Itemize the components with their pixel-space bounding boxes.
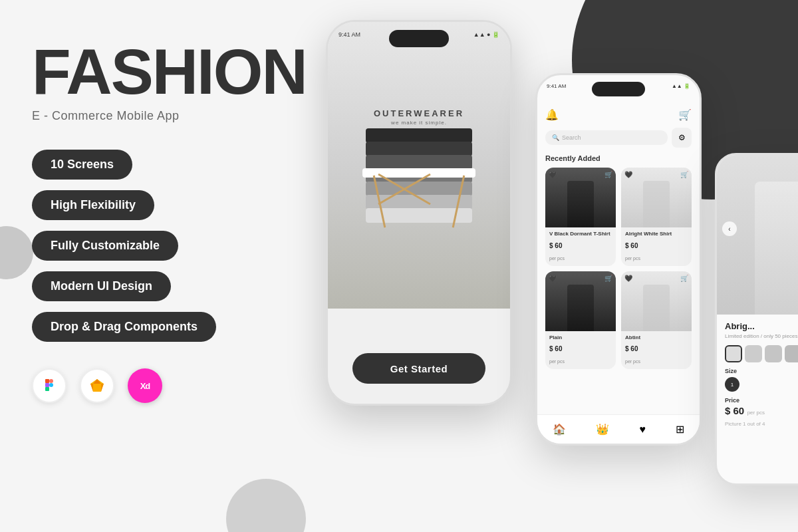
svg-rect-2 (45, 383, 49, 387)
product-info-3: Plain $ 60 per pcs (545, 331, 616, 370)
phone-frame-right: 9:41 AM ▲▲ 🔋 🔔 🛒 🔍 Search ⚙ Recently Add… (535, 73, 702, 446)
heart-icon-3: 🖤 (549, 275, 557, 282)
subtitle: E - Commerce Mobile App (32, 109, 325, 123)
phone-header-right: 🔔 🛒 (545, 108, 692, 121)
product-info-4: Abtint $ 60 per pcs (621, 331, 692, 370)
badge-screens: 10 Screens (32, 150, 132, 180)
thumb-1[interactable] (725, 345, 742, 362)
detail-subtitle: Limited edition / only 50 pieces (725, 332, 798, 340)
svg-point-4 (49, 383, 53, 387)
product-card-3[interactable]: 🖤 🛒 Plain $ 60 per pcs (545, 271, 616, 370)
product-card-2[interactable]: 🖤 🛒 Alright White Shirt $ 60 per pcs (621, 168, 692, 266)
tools-row: Xd (32, 368, 325, 403)
detail-title: Abrig... (725, 321, 798, 331)
nav-grid-icon[interactable]: ⊞ (676, 423, 684, 436)
detail-img: ‹ › (717, 155, 798, 315)
cloth-layer-3 (366, 155, 472, 170)
product-card-1[interactable]: 🖤 🛒 V Black Dormant T-Shirt $ 60 per pcs (545, 168, 616, 266)
price-value: $ 60 (725, 405, 744, 416)
sketch-icon (80, 368, 114, 403)
product-model-3 (567, 285, 594, 331)
cart-icon: 🛒 (678, 108, 692, 121)
badges-container: 10 Screens High Flexibility Fully Custom… (32, 150, 325, 342)
heart-icon-2: 🖤 (624, 171, 632, 178)
detail-model-figure (755, 182, 798, 315)
svg-marker-9 (93, 384, 101, 392)
cloth-layer-2 (366, 142, 472, 156)
nav-home-icon[interactable]: 🏠 (553, 423, 566, 436)
svg-marker-7 (90, 384, 93, 392)
phone-bg-image: OUTERWEARER we make it simple. (328, 22, 510, 309)
product-model-4 (643, 285, 670, 331)
phone-detail: ‹ › Abrig... Limited edition / only 50 p… (715, 153, 798, 485)
thumb-row (725, 345, 798, 362)
price-per: per pcs (747, 410, 765, 416)
thumb-3[interactable] (765, 345, 782, 362)
badge-flexibility: High Flexibility (32, 190, 154, 220)
cloth-layer-5 (366, 182, 472, 196)
cart-icon-3: 🛒 (604, 275, 612, 282)
size-row: 1 (725, 377, 798, 392)
bg-gray-circle-left (0, 226, 33, 279)
phone-bottom-nav: 🏠 👑 ♥ ⊞ (537, 414, 700, 444)
figma-icon (32, 368, 66, 403)
phone-status-right: 9:41 AM ▲▲ 🔋 (547, 83, 690, 89)
phone-center: 9:41 AM ▲▲ ● 🔋 OUTERWEARER we make it si… (326, 20, 512, 406)
bell-icon: 🔔 (545, 108, 559, 121)
product-info-2: Alright White Shirt $ 60 per pcs (621, 227, 692, 266)
bg-gray-circle-bottom (226, 479, 306, 532)
heart-icon-1: 🖤 (549, 171, 557, 178)
nav-store-icon[interactable]: 👑 (596, 423, 609, 436)
time-right: 9:41 AM (547, 83, 566, 89)
product-model-1 (567, 181, 594, 227)
phone-right: 9:41 AM ▲▲ 🔋 🔔 🛒 🔍 Search ⚙ Recently Add… (535, 73, 702, 446)
svg-rect-3 (45, 387, 49, 391)
search-icon: 🔍 (552, 134, 559, 141)
product-model-2 (643, 181, 670, 227)
filter-icon: ⚙ (678, 133, 686, 142)
signal-center: ▲▲ ● 🔋 (473, 31, 499, 38)
size-chip-1[interactable]: 1 (725, 377, 739, 392)
heart-icon-4: 🖤 (624, 275, 632, 282)
product-img-4: 🖤 🛒 (621, 271, 692, 331)
cart-icon-1: 🛒 (604, 171, 612, 178)
phone-status-bar-center: 9:41 AM ▲▲ ● 🔋 (338, 31, 499, 38)
xd-icon: Xd (128, 368, 162, 403)
prev-arrow[interactable]: ‹ (722, 221, 737, 236)
brand-label: OUTERWEARER we make it simple. (374, 108, 464, 126)
section-title: Recently Added (545, 154, 692, 162)
price-label: Price (725, 397, 798, 404)
product-info-1: V Black Dormant T-Shirt $ 60 per pcs (545, 227, 616, 266)
cart-icon-2: 🛒 (680, 171, 688, 178)
search-input[interactable]: 🔍 Search (545, 130, 668, 145)
products-grid: 🖤 🛒 V Black Dormant T-Shirt $ 60 per pcs (545, 168, 692, 369)
left-section: FASHION E - Commerce Mobile App 10 Scree… (32, 40, 325, 403)
phone-content-center: OUTERWEARER we make it simple. (328, 22, 510, 404)
filter-button[interactable]: ⚙ (672, 128, 692, 148)
product-img-3: 🖤 🛒 (545, 271, 616, 331)
svg-rect-1 (49, 379, 53, 383)
svg-rect-0 (45, 379, 49, 383)
detail-nav-arrows: ‹ › (722, 221, 798, 236)
badge-drag: Drop & Drag Components (32, 312, 216, 342)
main-title: FASHION (32, 40, 325, 104)
product-card-4[interactable]: 🖤 🛒 Abtint $ 60 per pcs (621, 271, 692, 370)
product-img-1: 🖤 🛒 (545, 168, 616, 227)
size-label: Size (725, 368, 798, 374)
badge-customizable: Fully Customizable (32, 231, 178, 261)
phone-frame-detail: ‹ › Abrig... Limited edition / only 50 p… (715, 153, 798, 485)
product-img-2: 🖤 🛒 (621, 168, 692, 227)
cloth-layer-1 (366, 128, 472, 143)
get-started-button[interactable]: Get Started (352, 353, 485, 384)
thumb-2[interactable] (745, 345, 762, 362)
search-row: 🔍 Search ⚙ (545, 128, 692, 148)
svg-marker-8 (101, 384, 104, 392)
cart-icon-4: 🛒 (680, 275, 688, 282)
nav-heart-icon[interactable]: ♥ (639, 424, 646, 436)
time-center: 9:41 AM (338, 31, 360, 38)
badge-ui: Modern UI Design (32, 271, 171, 301)
detail-content: Abrig... Limited edition / only 50 piece… (717, 315, 798, 434)
phone-inner-right: 🔔 🛒 🔍 Search ⚙ Recently Added (537, 102, 700, 444)
signal-right: ▲▲ 🔋 (672, 83, 690, 89)
thumb-4[interactable] (785, 345, 798, 362)
